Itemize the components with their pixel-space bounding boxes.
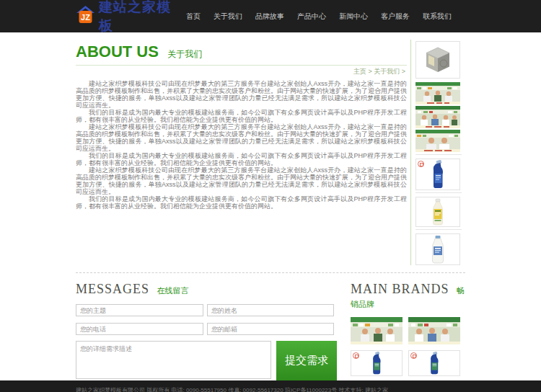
about-paragraph: 建站之家织梦模板科技公司由现在织梦最大的第三方服务平台建站之家创始人Axss开办… [76,80,407,109]
nav-item-news[interactable]: 新闻中心 [333,7,374,26]
detail-textarea[interactable] [76,341,271,379]
messages-title-en: MESSAGES [76,282,149,296]
brand-store-photo-2[interactable] [408,317,460,344]
messages-section: MESSAGES 在线留言 提交需求 [76,282,340,380]
messages-title-cn: 在线留言 [157,286,188,295]
nav-item-home[interactable]: 首页 [180,7,207,26]
breadcrumb[interactable]: 主页 > 关于我们 > [76,66,407,80]
brand-name: 建站之家模板 [99,0,180,35]
header: JZ 建站之家模板 首页 关于我们 品牌故事 产品中心 新闻中心 客户服务 联系… [0,0,541,32]
cube-product-image[interactable] [415,41,460,79]
sidebar-divider [415,154,462,155]
main-nav: 首页 关于我们 品牌故事 产品中心 新闻中心 客户服务 联系我们 [180,7,465,26]
nav-item-service[interactable]: 客户服务 [374,7,416,26]
about-paragraph: 我们的目标是成为国内最大专业的模板建站服务商，如今公司旗下有众多网页设计高手以及… [76,152,407,166]
product-sidebar [410,40,462,265]
brands-title-en: MAIN BRANDS [351,282,449,296]
footer-text: 建站之家织梦模板有限公司 版权所有 电话: 0090-55517950 传真: … [76,380,465,392]
name-input[interactable] [207,304,334,316]
sidebar-divider [415,229,462,230]
messages-heading: MESSAGES 在线留言 [76,282,340,297]
nav-item-brand-story[interactable]: 品牌故事 [249,7,291,26]
yellow-bottle-product-image[interactable] [415,197,460,227]
red-seal-icon [353,352,359,359]
nav-item-products[interactable]: 产品中心 [291,7,333,26]
main-content: ABOUT US 关于我们 主页 > 关于我们 > 建站之家织梦模板科技公司由现… [76,32,465,380]
nav-item-contact[interactable]: 联系我们 [416,7,458,26]
brand-product-1[interactable] [351,350,403,376]
store-group-photo-3[interactable] [415,130,460,152]
brands-heading: MAIN BRANDS 畅销品牌 [351,282,465,310]
about-title-cn: 关于我们 [167,49,202,59]
brand-grid [351,317,465,376]
store-group-photo-2[interactable] [415,106,460,128]
red-seal-icon [410,352,417,359]
about-heading: ABOUT US 关于我们 [76,43,407,66]
white-bottle-product-image[interactable] [415,233,460,265]
svg-text:JZ: JZ [81,13,90,22]
submit-button[interactable]: 提交需求 [276,341,337,380]
brands-section: MAIN BRANDS 畅销品牌 [340,282,465,380]
about-paragraph: 我们的目标是成为国内最大专业的模板建站服务商，如今公司旗下有众多网页设计高手以及… [76,195,407,210]
about-text: 建站之家织梦模板科技公司由现在织梦最大的第三方服务平台建站之家创始人Axss开办… [76,80,407,210]
store-group-photo-1[interactable] [415,82,460,104]
page: JZ 建站之家模板 首页 关于我们 品牌故事 产品中心 新闻中心 客户服务 联系… [0,0,541,392]
about-paragraph: 建站之家织梦模板科技公司由现在织梦最大的第三方服务平台建站之家创始人Axss开办… [76,123,407,152]
email-input[interactable] [207,323,334,335]
footer: 建站之家织梦模板有限公司 版权所有 电话: 0090-55517950 传真: … [0,380,541,392]
phone-input[interactable] [76,323,203,335]
about-paragraph: 我们的目标是成为国内最大专业的模板建站服务商，如今公司旗下有众多网页设计高手以及… [76,109,407,123]
red-seal-icon [418,161,424,167]
brand-product-2[interactable] [408,350,460,376]
bottom-section: MESSAGES 在线留言 提交需求 [76,272,465,380]
about-title-en: ABOUT US [76,43,159,61]
brand-store-photo-1[interactable] [351,317,403,344]
about-paragraph: 建站之家织梦模板科技公司由现在织梦最大的第三方服务平台建站之家创始人Axss开办… [76,166,407,195]
site-logo[interactable]: JZ 建站之家模板 [76,0,180,35]
nav-item-about[interactable]: 关于我们 [207,7,249,26]
about-section: ABOUT US 关于我们 主页 > 关于我们 > 建站之家织梦模板科技公司由现… [76,40,410,265]
sidebar-divider [415,192,462,193]
subject-input[interactable] [76,304,203,316]
blue-bottle-product-image[interactable] [415,159,460,190]
house-logo-icon: JZ [76,5,95,27]
message-form: 提交需求 [76,304,340,380]
